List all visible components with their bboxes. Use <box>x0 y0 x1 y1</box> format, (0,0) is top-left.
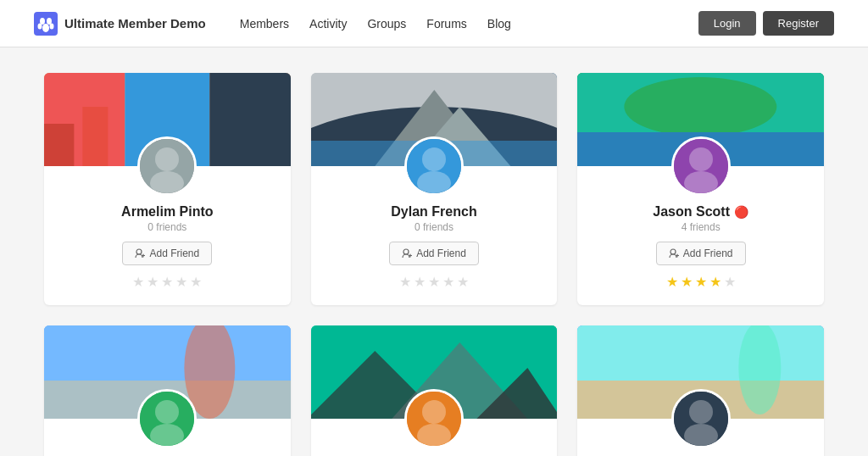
nav-members[interactable]: Members <box>240 17 289 31</box>
star-empty: ★ <box>399 274 411 290</box>
avatar-icon <box>407 139 461 193</box>
member-name-text: Dylan French <box>391 204 476 220</box>
svg-point-15 <box>136 249 142 254</box>
star-filled: ★ <box>681 274 693 290</box>
member-name: Armelim Pinto <box>121 204 213 220</box>
star-empty: ★ <box>442 274 454 290</box>
member-name: Jason Scott 🔴 <box>653 204 748 220</box>
star-empty: ★ <box>175 274 187 290</box>
star-empty: ★ <box>161 274 173 290</box>
svg-rect-11 <box>82 107 108 166</box>
member-name-text: Jason Scott <box>653 204 730 220</box>
avatar <box>404 136 464 196</box>
member-stars: ★★★★ ★ <box>666 274 736 290</box>
register-button[interactable]: Register <box>763 11 834 36</box>
avatar <box>671 389 731 448</box>
nav-groups[interactable]: Groups <box>367 17 406 31</box>
star-empty: ★ <box>147 274 159 290</box>
svg-point-32 <box>670 249 676 254</box>
members-grid: Armelim Pinto 0 friends Add Friend ★★★★★ <box>44 73 824 456</box>
svg-point-13 <box>155 147 179 171</box>
add-friend-button[interactable]: Add Friend <box>122 242 212 265</box>
star-filled: ★ <box>666 274 678 290</box>
main-content: Armelim Pinto 0 friends Add Friend ★★★★★ <box>27 47 841 456</box>
avatar <box>671 136 731 196</box>
avatar-icon <box>674 392 728 446</box>
nav-actions: Login Register <box>698 11 834 36</box>
nav-links: Members Activity Groups Forums Blog <box>240 17 698 31</box>
add-friend-button[interactable]: Add Friend <box>656 242 746 265</box>
star-empty: ★ <box>724 274 736 290</box>
svg-point-38 <box>155 400 179 424</box>
login-button[interactable]: Login <box>698 11 756 36</box>
star-empty: ★ <box>132 274 144 290</box>
member-card-jason-scott: Jason Scott 🔴 4 friends Add Friend ★★★★ … <box>577 73 824 305</box>
add-friend-icon <box>135 248 145 259</box>
avatar-icon <box>140 392 194 446</box>
nav-activity[interactable]: Activity <box>309 17 347 31</box>
site-brand[interactable]: Ultimate Member Demo <box>34 12 206 36</box>
svg-point-22 <box>422 147 446 171</box>
member-name-text: Armelim Pinto <box>121 204 213 220</box>
avatar <box>137 389 197 448</box>
svg-rect-51 <box>577 325 824 381</box>
svg-point-55 <box>689 400 713 424</box>
member-card-armelim-pinto: Armelim Pinto 0 friends Add Friend ★★★★★ <box>44 73 291 305</box>
avatar-icon <box>674 139 728 193</box>
svg-point-5 <box>42 24 49 32</box>
svg-rect-35 <box>44 325 291 381</box>
nav-forums[interactable]: Forums <box>426 17 466 31</box>
add-friend-icon <box>669 248 679 259</box>
avatar-icon <box>140 139 194 193</box>
add-friend-icon <box>402 248 412 259</box>
avatar-icon <box>407 392 461 446</box>
member-card-lewis-murray: Lewis Murray 2 friends Add Friend ★★★★★ <box>311 325 558 456</box>
svg-point-24 <box>403 249 409 254</box>
svg-point-47 <box>422 400 446 424</box>
star-filled: ★ <box>709 274 721 290</box>
svg-point-3 <box>38 23 42 29</box>
svg-point-53 <box>739 325 782 414</box>
svg-point-27 <box>625 77 777 136</box>
star-empty: ★ <box>414 274 426 290</box>
svg-point-4 <box>50 23 54 29</box>
star-empty: ★ <box>190 274 202 290</box>
member-card-dylan-french: Dylan French 0 friends Add Friend ★★★★★ <box>311 73 558 305</box>
site-title: Ultimate Member Demo <box>64 16 206 31</box>
svg-rect-10 <box>44 124 74 166</box>
member-name: Dylan French <box>391 204 476 220</box>
member-stars: ★★★★★ <box>132 274 202 290</box>
star-empty: ★ <box>457 274 469 290</box>
member-friends: 4 friends <box>682 221 721 233</box>
avatar <box>137 136 197 196</box>
verified-badge: 🔴 <box>734 205 748 219</box>
navbar: Ultimate Member Demo Members Activity Gr… <box>0 0 868 47</box>
add-friend-button[interactable]: Add Friend <box>389 242 479 265</box>
star-filled: ★ <box>695 274 707 290</box>
svg-point-30 <box>689 147 713 171</box>
member-friends: 0 friends <box>415 221 453 233</box>
svg-rect-9 <box>209 73 290 166</box>
site-logo <box>34 12 58 36</box>
member-card-claire-wilson: Claire Wilson 3 friends Add Friend ★★★★★ <box>44 325 291 456</box>
star-empty: ★ <box>428 274 440 290</box>
avatar <box>404 389 464 448</box>
member-stars: ★★★★★ <box>399 274 469 290</box>
member-card-peter-harris: Peter Harris 0 friends Add Friend ★★★ ★★ <box>577 325 824 456</box>
member-friends: 0 friends <box>147 221 186 233</box>
nav-blog[interactable]: Blog <box>487 17 511 31</box>
